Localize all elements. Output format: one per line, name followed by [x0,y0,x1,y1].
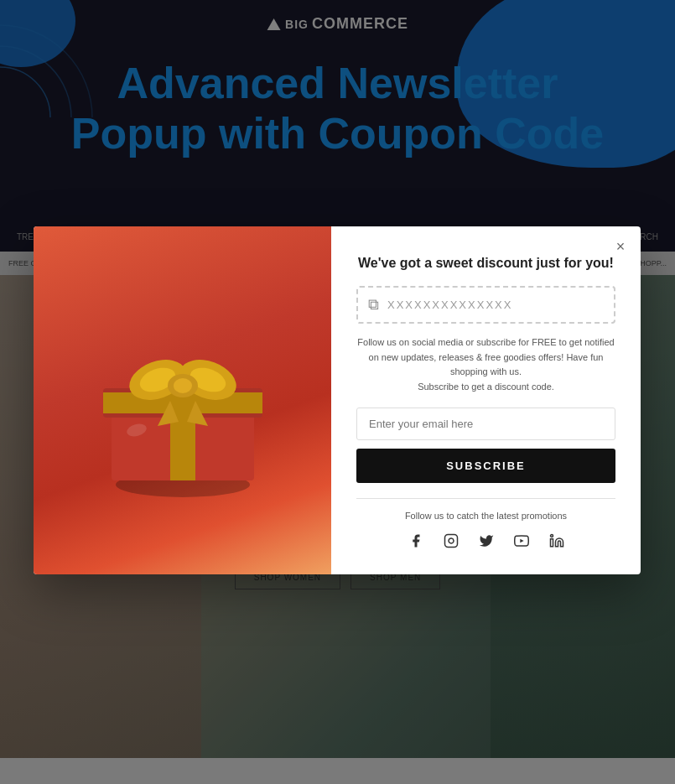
coupon-code-text: XXXXXXXXXXXXXX [387,299,604,311]
twitter-icon[interactable] [476,531,496,551]
close-button[interactable]: × [610,236,631,257]
coupon-box: ⧉ XXXXXXXXXXXXXX [356,286,615,324]
subscribe-button[interactable]: SUBSCRIBE [356,449,615,483]
description-text: Follow us on social media or subscribe f… [357,337,614,376]
modal-content-panel: × We've got a sweet discount just for yo… [331,226,641,574]
gift-box [74,292,292,510]
email-input[interactable] [356,408,615,440]
modal-description: Follow us on social media or subscribe f… [356,335,615,394]
facebook-icon[interactable] [406,531,426,551]
svg-rect-15 [444,535,457,548]
linkedin-icon[interactable] [547,531,567,551]
modal-headline: We've got a sweet discount just for you! [358,256,614,271]
svg-rect-18 [550,539,553,547]
subscribe-line-text: Subscribe to get a discount code. [418,382,554,392]
svg-marker-17 [520,539,523,543]
social-icons-row [406,531,567,551]
youtube-icon[interactable] [511,531,532,551]
follow-text: Follow us to catch the latest promotions [405,511,567,521]
instagram-icon[interactable] [441,531,461,551]
svg-point-13 [174,378,192,393]
modal-image-panel [34,226,331,574]
newsletter-modal: × We've got a sweet discount just for yo… [34,226,641,574]
svg-point-19 [550,535,553,537]
divider [356,498,615,499]
coupon-copy-icon: ⧉ [368,296,379,314]
